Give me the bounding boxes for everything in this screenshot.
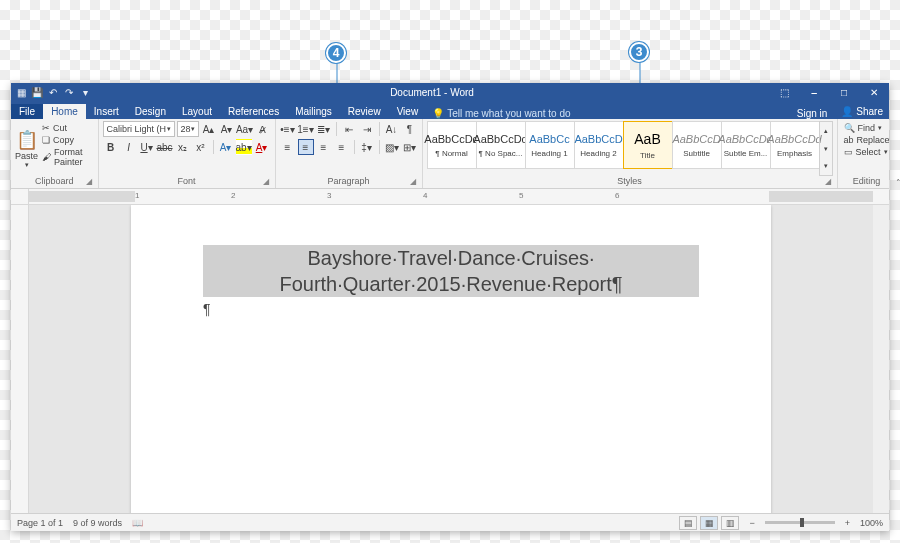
numbering-button[interactable]: 1≡▾ [298,121,314,137]
copy-button[interactable]: ❏Copy [42,135,90,145]
replace-label: Replace [857,135,890,145]
tab-view[interactable]: View [389,104,427,119]
style-name: Heading 1 [531,149,567,158]
clipboard-dialog-launcher[interactable]: ◢ [86,177,92,186]
undo-icon[interactable]: ↶ [47,86,59,98]
style-name: ¶ Normal [435,149,467,158]
sign-in-link[interactable]: Sign in [789,108,836,119]
chevron-down-icon: ▾ [884,148,888,156]
bullets-button[interactable]: •≡▾ [280,121,296,137]
vertical-scrollbar[interactable] [873,205,889,513]
strikethrough-button[interactable]: abc [157,139,173,155]
read-mode-button[interactable]: ▤ [679,516,697,530]
styles-gallery-scroll[interactable]: ▴ ▾ ▾ [819,121,833,176]
borders-button[interactable]: ⊞▾ [402,139,418,155]
group-paragraph: •≡▾ 1≡▾ ≣▾ ⇤ ⇥ A↓ ¶ ≡ ≡ ≡ ≡ ‡▾ [276,119,423,188]
ruler-number: 5 [519,191,523,200]
sort-button[interactable]: A↓ [384,121,400,137]
subscript-button[interactable]: x₂ [175,139,191,155]
zoom-in-button[interactable]: + [845,518,850,528]
horizontal-ruler[interactable]: 123456 [11,189,889,205]
heading-line-1: Bayshore·Travel·Dance·Cruises· [307,247,594,269]
style--no-spac-[interactable]: AaBbCcDd¶ No Spac... [476,121,526,169]
word-application-window: ▦ 💾 ↶ ↷ ▾ Document1 - Word ⬚ ‒ □ ✕ File … [11,83,889,531]
align-right-button[interactable]: ≡ [316,139,332,155]
word-count[interactable]: 9 of 9 words [73,518,122,528]
line-spacing-button[interactable]: ‡▾ [359,139,375,155]
selected-heading-text[interactable]: Bayshore·Travel·Dance·Cruises· Fourth·Qu… [203,245,699,297]
ruler-number: 6 [615,191,619,200]
document-page[interactable]: Bayshore·Travel·Dance·Cruises· Fourth·Qu… [131,205,771,513]
print-layout-button[interactable]: ▦ [700,516,718,530]
web-layout-button[interactable]: ▥ [721,516,739,530]
underline-button[interactable]: U▾ [139,139,155,155]
vertical-ruler[interactable] [11,205,29,513]
change-case-button[interactable]: Aa▾ [237,121,253,137]
select-button[interactable]: ▭Select▾ [844,147,890,157]
shading-button[interactable]: ▨▾ [384,139,400,155]
italic-button[interactable]: I [121,139,137,155]
document-area: Bayshore·Travel·Dance·Cruises· Fourth·Qu… [11,205,889,513]
ribbon-display-options-button[interactable]: ⬚ [769,87,799,98]
save-icon[interactable]: 💾 [31,86,43,98]
tab-home[interactable]: Home [43,104,86,119]
superscript-button[interactable]: x² [193,139,209,155]
style--normal[interactable]: AaBbCcDd¶ Normal [427,121,477,169]
font-name-combo[interactable]: Calibri Light (H▾ [103,121,175,137]
close-button[interactable]: ✕ [859,87,889,98]
style-heading-2[interactable]: AaBbCcDHeading 2 [574,121,624,169]
bold-button[interactable]: B [103,139,119,155]
qat-customize-icon[interactable]: ▾ [79,86,91,98]
justify-button[interactable]: ≡ [334,139,350,155]
collapse-ribbon-button[interactable]: ˄ [896,119,900,188]
multilevel-list-button[interactable]: ≣▾ [316,121,332,137]
text-effects-button[interactable]: A▾ [218,139,234,155]
tab-mailings[interactable]: Mailings [287,104,340,119]
align-left-button[interactable]: ≡ [280,139,296,155]
page-indicator[interactable]: Page 1 of 1 [17,518,63,528]
spellcheck-icon[interactable]: 📖 [132,518,143,528]
share-button[interactable]: 👤 Share [835,104,889,119]
paragraph-dialog-launcher[interactable]: ◢ [410,177,416,186]
tell-me-search[interactable]: 💡 Tell me what you want to do [426,108,576,119]
style-heading-1[interactable]: AaBbCcHeading 1 [525,121,575,169]
minimize-button[interactable]: ‒ [799,87,829,98]
tab-design[interactable]: Design [127,104,174,119]
align-center-button[interactable]: ≡ [298,139,314,155]
font-dialog-launcher[interactable]: ◢ [263,177,269,186]
format-painter-button[interactable]: 🖌Format Painter [42,147,90,167]
styles-more-icon[interactable]: ▾ [820,157,832,175]
font-size-value: 28 [181,124,191,134]
tab-review[interactable]: Review [340,104,389,119]
shrink-font-button[interactable]: A▾ [219,121,235,137]
zoom-out-button[interactable]: − [749,518,754,528]
style-subtle-em-[interactable]: AaBbCcDdSubtle Em... [721,121,771,169]
styles-dialog-launcher[interactable]: ◢ [825,177,831,186]
paste-button[interactable]: 📋 Paste ▾ [15,121,38,176]
style-subtitle[interactable]: AaBbCcDSubtitle [672,121,722,169]
zoom-level[interactable]: 100% [860,518,883,528]
find-button[interactable]: 🔍Find▾ [844,123,890,133]
styles-up-icon[interactable]: ▴ [820,122,832,140]
cut-button[interactable]: ✂Cut [42,123,90,133]
show-hide-button[interactable]: ¶ [402,121,418,137]
redo-icon[interactable]: ↷ [63,86,75,98]
zoom-slider[interactable] [765,521,835,524]
font-color-button[interactable]: A▾ [254,139,270,155]
style-title[interactable]: AaBTitle [623,121,673,169]
select-label: Select [856,147,881,157]
font-size-combo[interactable]: 28▾ [177,121,199,137]
grow-font-button[interactable]: A▴ [201,121,217,137]
tab-references[interactable]: References [220,104,287,119]
tab-file[interactable]: File [11,104,43,119]
styles-down-icon[interactable]: ▾ [820,140,832,158]
style-emphasis[interactable]: AaBbCcDdEmphasis [770,121,820,169]
tab-insert[interactable]: Insert [86,104,127,119]
clear-formatting-button[interactable]: A̷ [255,121,271,137]
replace-button[interactable]: abReplace [844,135,890,145]
highlight-button[interactable]: ab▾ [236,139,252,155]
maximize-button[interactable]: □ [829,87,859,98]
decrease-indent-button[interactable]: ⇤ [341,121,357,137]
tab-layout[interactable]: Layout [174,104,220,119]
increase-indent-button[interactable]: ⇥ [359,121,375,137]
